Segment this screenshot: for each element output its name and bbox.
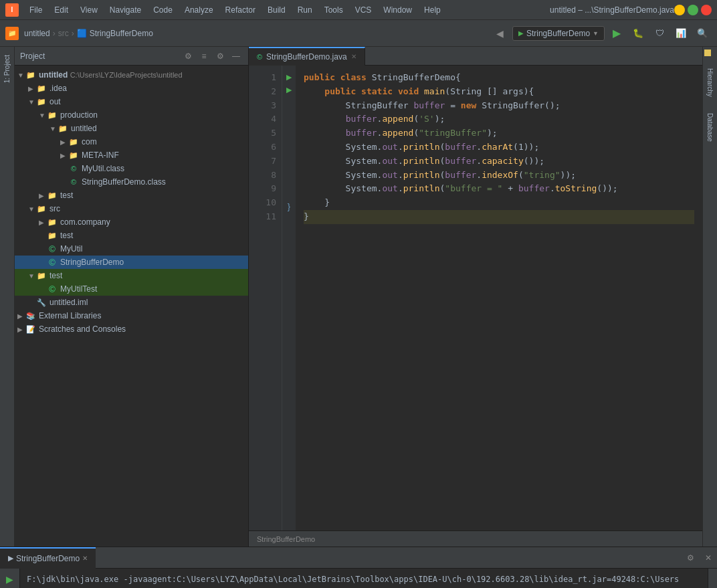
- project-icon: 📁: [5, 27, 19, 40]
- editor-tab-stringbufferdemo[interactable]: © StringBufferDemo.java ✕: [249, 47, 365, 66]
- tree-item-com-company[interactable]: ▶ 📁 com.company: [15, 215, 248, 229]
- menu-tools[interactable]: Tools: [319, 4, 348, 16]
- run-tab-close[interactable]: ✕: [82, 555, 88, 562]
- tree-item-stringbuffer-class[interactable]: © StringBufferDemo.class: [15, 175, 248, 189]
- line-numbers: 1 2 3 4 5 6 7 8 9 10 11: [249, 66, 282, 530]
- project-tab[interactable]: 1: Project: [1, 50, 13, 88]
- folder-icon-test-folder: 📁: [36, 270, 47, 281]
- tree-item-myutil-class[interactable]: © MyUtil.class: [15, 162, 248, 175]
- run-tab-label: StringBufferDemo: [16, 554, 80, 563]
- tree-item-test-folder[interactable]: ▼ 📁 test: [15, 269, 248, 282]
- tree-item-untitled-folder[interactable]: ▼ 📁 untitled: [15, 122, 248, 135]
- menu-file[interactable]: File: [24, 4, 47, 16]
- hierarchy-tab[interactable]: Hierarchy: [704, 63, 716, 102]
- run-toolbar: ▶ ■ ⬇ ⬆ ↩ ≡↩ 🖨 🗑: [0, 569, 20, 588]
- menu-refactor[interactable]: Refactor: [220, 4, 261, 16]
- menu-build[interactable]: Build: [262, 4, 291, 16]
- java-icon-stringbufferdemo: ©: [47, 257, 58, 268]
- search-button[interactable]: 🔍: [693, 24, 712, 43]
- scratches-icon: 📝: [25, 324, 36, 334]
- menu-edit[interactable]: Edit: [49, 4, 74, 16]
- tree-item-meta-inf[interactable]: ▶ 📁 META-INF: [15, 149, 248, 162]
- tree-item-untitled-iml[interactable]: 🔧 untitled.iml: [15, 296, 248, 309]
- menu-help[interactable]: Help: [419, 4, 446, 16]
- code-editor[interactable]: public class StringBufferDemo{ public st…: [296, 66, 702, 530]
- code-line-3: StringBuffer buffer = new StringBuffer()…: [304, 99, 694, 113]
- arrow-test-folder: ▼: [28, 272, 36, 280]
- line-num-11: 11: [254, 210, 276, 224]
- gutter-run-2[interactable]: ▶: [286, 84, 292, 96]
- project-layout-icon[interactable]: ≡: [197, 50, 211, 63]
- menu-vcs[interactable]: VCS: [350, 4, 377, 16]
- folder-icon-root: 📁: [25, 70, 36, 80]
- maximize-button[interactable]: [688, 5, 698, 15]
- project-tree: ▼ 📁 untitled C:\Users\LYZ\IdeaProjects\u…: [15, 66, 248, 547]
- database-tab[interactable]: Database: [704, 108, 716, 147]
- folder-icon-src: 📁: [36, 203, 47, 214]
- folder-icon-meta-inf: 📁: [68, 150, 79, 161]
- java-icon-myutil: ©: [47, 243, 58, 254]
- tree-item-myutil[interactable]: © MyUtil: [15, 242, 248, 256]
- menu-analyze[interactable]: Analyze: [179, 4, 219, 16]
- tab-filename: StringBufferDemo.java: [266, 52, 347, 62]
- tree-item-test-src[interactable]: 📁 test: [15, 229, 248, 242]
- tree-label-myutil: MyUtil: [60, 244, 82, 254]
- tree-item-myutiltest[interactable]: © MyUtilTest: [15, 282, 248, 296]
- close-button[interactable]: [701, 5, 712, 15]
- breadcrumb-sep2: ›: [72, 29, 74, 38]
- tab-java-icon: ©: [257, 53, 262, 61]
- profile-button[interactable]: 📊: [672, 24, 690, 43]
- class-icon-stringbuffer: ©: [68, 177, 79, 187]
- tree-item-external-libs[interactable]: ▶ 📚 External Libraries: [15, 309, 248, 322]
- folder-icon-untitled: 📁: [58, 123, 68, 134]
- back-button[interactable]: ◀: [491, 24, 510, 43]
- folder-icon-out: 📁: [36, 96, 47, 107]
- libs-icon: 📚: [25, 310, 36, 321]
- menu-window[interactable]: Window: [378, 4, 417, 16]
- project-settings-icon[interactable]: ⚙: [181, 50, 195, 63]
- folder-icon-com: 📁: [68, 136, 79, 147]
- menu-code[interactable]: Code: [148, 4, 178, 16]
- minimize-button[interactable]: [674, 5, 685, 15]
- tree-label-com: com: [82, 137, 97, 146]
- tree-label-external-libs: External Libraries: [39, 311, 101, 320]
- project-minimize-icon[interactable]: —: [229, 50, 243, 63]
- tree-item-com[interactable]: ▶ 📁 com: [15, 135, 248, 149]
- run-close-btn[interactable]: ✕: [700, 553, 717, 563]
- tree-item-stringbufferdemo[interactable]: © StringBufferDemo: [15, 256, 248, 269]
- run-button[interactable]: ▶: [607, 24, 626, 43]
- run-output-text: F:\jdk\bin\java.exe -javaagent:C:\Users\…: [20, 569, 708, 588]
- coverage-button[interactable]: 🛡: [650, 24, 669, 43]
- tree-label-untitled-folder: untitled: [71, 124, 97, 133]
- project-gear-icon[interactable]: ⚙: [213, 50, 227, 63]
- debug-button[interactable]: 🐛: [629, 24, 647, 43]
- code-line-6: System.out.println(buffer.charAt(1));: [304, 140, 694, 155]
- tree-item-scratches[interactable]: ▶ 📝 Scratches and Consoles: [15, 322, 248, 336]
- menu-run[interactable]: Run: [292, 4, 318, 16]
- run-right-scrollbar[interactable]: [708, 569, 717, 588]
- run-tab[interactable]: ▶ StringBufferDemo ✕: [0, 547, 96, 569]
- run-configuration[interactable]: ▶ StringBufferDemo ▼: [512, 26, 605, 41]
- project-panel: Project ⚙ ≡ ⚙ — ▼ 📁 untitled C:\Users\LY…: [15, 47, 249, 547]
- arrow-production: ▼: [39, 112, 47, 119]
- tree-item-out[interactable]: ▼ 📁 out: [15, 95, 248, 108]
- main-toolbar: 📁 untitled › src › 🟦 StringBufferDemo ◀ …: [0, 20, 717, 47]
- line-num-1: 1: [254, 71, 276, 85]
- code-line-8: System.out.println(buffer.indexOf("tring…: [304, 169, 694, 183]
- menu-view[interactable]: View: [75, 4, 103, 16]
- editor-footer-filename: StringBufferDemo: [257, 535, 315, 543]
- tab-close-icon[interactable]: ✕: [351, 53, 356, 60]
- menu-navigate[interactable]: Navigate: [104, 4, 146, 16]
- run-output: ▶ ■ ⬇ ⬆ ↩ ≡↩ 🖨 🗑 F:\jdk\bin\java.exe -ja…: [0, 569, 717, 588]
- tree-item-root[interactable]: ▼ 📁 untitled C:\Users\LYZ\IdeaProjects\u…: [15, 68, 248, 82]
- tree-item-test-out[interactable]: ▶ 📁 test: [15, 189, 248, 202]
- tree-item-idea[interactable]: ▶ 📁 .idea: [15, 82, 248, 95]
- gutter-run-1[interactable]: ▶: [286, 71, 292, 84]
- arrow-scratches: ▶: [17, 326, 25, 333]
- run-settings-btn[interactable]: ⚙: [682, 553, 700, 563]
- tree-item-production[interactable]: ▼ 📁 production: [15, 108, 248, 122]
- editor-footer: StringBufferDemo: [249, 530, 702, 547]
- run-play-btn[interactable]: ▶: [2, 571, 18, 587]
- tree-item-src[interactable]: ▼ 📁 src: [15, 202, 248, 215]
- run-tab-icon: ▶: [8, 554, 13, 563]
